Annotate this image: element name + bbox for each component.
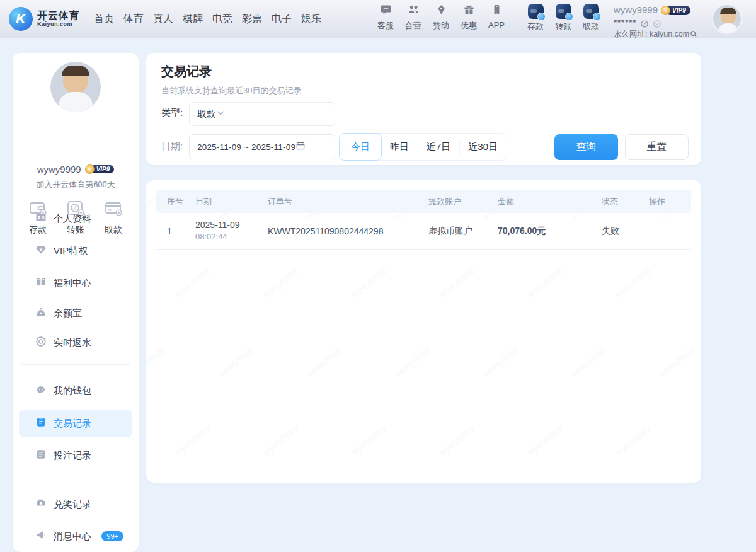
id-card-icon — [35, 212, 47, 226]
col-date: 日期 — [185, 196, 257, 207]
nav-item-slots[interactable]: 电子 — [272, 13, 292, 26]
eye-off-icon[interactable] — [640, 18, 649, 27]
date-range-input[interactable]: 2025-11-09 ~ 2025-11-09 — [189, 134, 335, 159]
records-panel: wywy9999wywy9999wywy9999wywy9999wywy9999… — [146, 180, 701, 483]
nav-item-esports[interactable]: 电竞 — [212, 13, 232, 26]
gift-icon — [463, 4, 475, 18]
nav-item-sports[interactable]: 体育 — [123, 13, 144, 26]
nav-item-cards[interactable]: 棋牌 — [183, 13, 203, 26]
sponsor-button[interactable]: 赞助 — [428, 4, 454, 32]
nav-item-entertainment[interactable]: 娱乐 — [301, 13, 321, 26]
row-status: 失败 — [591, 226, 638, 237]
vip-shield-icon: V — [661, 6, 670, 15]
query-button[interactable]: 查询 — [554, 134, 618, 160]
row-datetime: 2025-11-09 08:02:44 — [185, 219, 257, 243]
profile-vip-badge: V VIP9 — [85, 164, 115, 174]
rebate-icon — [35, 336, 47, 350]
col-status: 状态 — [591, 196, 638, 207]
transfer-button[interactable]: 转账 — [552, 4, 575, 32]
megaphone-icon — [35, 529, 47, 543]
sidebar-item-rebate[interactable]: 实时返水 — [19, 329, 132, 357]
welfare-icon — [35, 276, 47, 290]
search-icon[interactable] — [689, 30, 698, 38]
chat-icon — [380, 4, 392, 18]
vip-diamond-icon — [35, 244, 47, 258]
bet-record-icon — [35, 449, 47, 463]
app-download-button[interactable]: APP — [484, 4, 509, 32]
sidebar-divider — [21, 478, 130, 478]
withdraw-icon — [583, 4, 599, 19]
customer-service-button[interactable]: 客服 — [373, 4, 398, 32]
chevron-down-icon — [216, 108, 225, 120]
page-title: 交易记录 — [161, 63, 212, 80]
phone-icon — [491, 4, 503, 18]
permanent-url: 永久网址: kaiyun.com — [614, 29, 689, 40]
partnership-button[interactable]: 合营 — [401, 4, 426, 32]
row-account: 虚拟币账户 — [418, 226, 487, 237]
piggy-bank-icon — [35, 384, 47, 398]
chevron-circle-icon[interactable] — [653, 18, 662, 27]
sidebar-item-vip[interactable]: VIP特权 — [19, 237, 132, 265]
user-info-block: wywy9999 V VIP9 ****** 永久网址: kaiyun.com — [614, 4, 708, 40]
vip-shield-icon: V — [85, 164, 94, 174]
nav-item-lottery[interactable]: 彩票 — [242, 13, 262, 26]
service-shortcuts: 客服 合营 赞助 优惠 APP — [373, 4, 509, 32]
deposit-icon — [528, 4, 544, 19]
brand-logo[interactable]: K 开云体育 Kaiyun.com — [0, 7, 80, 31]
membership-days: 加入开云体育第600天 — [13, 179, 139, 190]
sidebar-divider — [21, 364, 130, 365]
row-order-no: KWWT202511090802444298 — [257, 226, 418, 236]
promo-button[interactable]: 优惠 — [456, 4, 481, 32]
brand-logo-icon: K — [9, 7, 33, 31]
nav-item-home[interactable]: 首页 — [94, 13, 114, 26]
reset-button[interactable]: 重置 — [625, 134, 689, 160]
prize-icon — [35, 497, 47, 511]
type-label: 类型: — [161, 107, 183, 119]
type-select[interactable]: 取款 — [189, 102, 335, 126]
date-label: 日期: — [161, 141, 183, 152]
unread-count-badge: 99+ — [101, 531, 123, 541]
brand-domain: Kaiyun.com — [37, 21, 80, 28]
profile-name: wywy9999 — [37, 164, 81, 175]
sidebar-item-prizes[interactable]: 兑奖记录 — [19, 490, 132, 518]
sidebar-item-transactions[interactable]: 交易记录 — [19, 410, 132, 437]
transaction-record-icon — [35, 417, 47, 430]
people-icon — [408, 4, 420, 18]
range-today-button[interactable]: 今日 — [339, 133, 382, 161]
sidebar-item-wallet[interactable]: 我的钱包 — [19, 377, 132, 405]
col-account: 提款账户 — [418, 196, 487, 207]
range-30days-button[interactable]: 近30日 — [459, 134, 507, 160]
username: wywy9999 — [614, 4, 658, 16]
col-amount: 金额 — [487, 196, 591, 207]
calendar-icon — [295, 141, 306, 153]
main-nav: 首页 体育 真人 棋牌 电竞 彩票 电子 娱乐 — [94, 13, 321, 26]
col-action: 操作 — [638, 196, 691, 207]
row-amount: 70,076.00元 — [487, 226, 591, 237]
range-yesterday-button[interactable]: 昨日 — [381, 134, 418, 160]
sidebar-item-bets[interactable]: 投注记录 — [19, 442, 132, 469]
table-header: 序号 日期 订单号 提款账户 金额 状态 操作 — [156, 190, 691, 213]
deposit-button[interactable]: 存款 — [524, 4, 547, 32]
vip-badge: V VIP9 — [661, 6, 690, 15]
withdraw-button[interactable]: 取款 — [580, 4, 602, 32]
range-7days-button[interactable]: 近7日 — [418, 134, 459, 160]
top-header: K 开云体育 Kaiyun.com 首页 体育 真人 棋牌 电竞 彩票 电子 娱… — [0, 0, 756, 38]
header-avatar[interactable] — [712, 4, 742, 34]
wallet-shortcuts: 存款 转账 取款 — [524, 4, 602, 32]
brand-name: 开云体育 — [37, 10, 80, 21]
masked-balance: ****** — [614, 17, 636, 28]
sidebar-item-yuebao[interactable]: 余额宝 — [19, 299, 132, 327]
sidebar: wywy9999 V VIP9 加入开云体育第600天 存款 转账 取款 个人资… — [13, 53, 139, 552]
filter-panel: 交易记录 当前系统支持查询最近30日的交易记录 类型: 取款 日期: 2025-… — [146, 53, 701, 165]
sidebar-item-welfare[interactable]: 福利中心 — [19, 269, 132, 297]
sidebar-item-profile[interactable]: 个人资料 — [19, 205, 132, 233]
profile-avatar[interactable] — [50, 62, 101, 112]
quick-range-group: 今日 昨日 近7日 近30日 — [339, 133, 507, 161]
col-index: 序号 — [156, 196, 185, 207]
diamond-icon — [435, 4, 447, 18]
sidebar-item-messages[interactable]: 消息中心 99+ — [19, 522, 132, 550]
table-row: 1 2025-11-09 08:02:44 KWWT20251109080244… — [156, 213, 691, 250]
transfer-icon — [556, 4, 571, 19]
nav-item-live[interactable]: 真人 — [153, 13, 173, 26]
moneybag-icon — [35, 306, 47, 320]
